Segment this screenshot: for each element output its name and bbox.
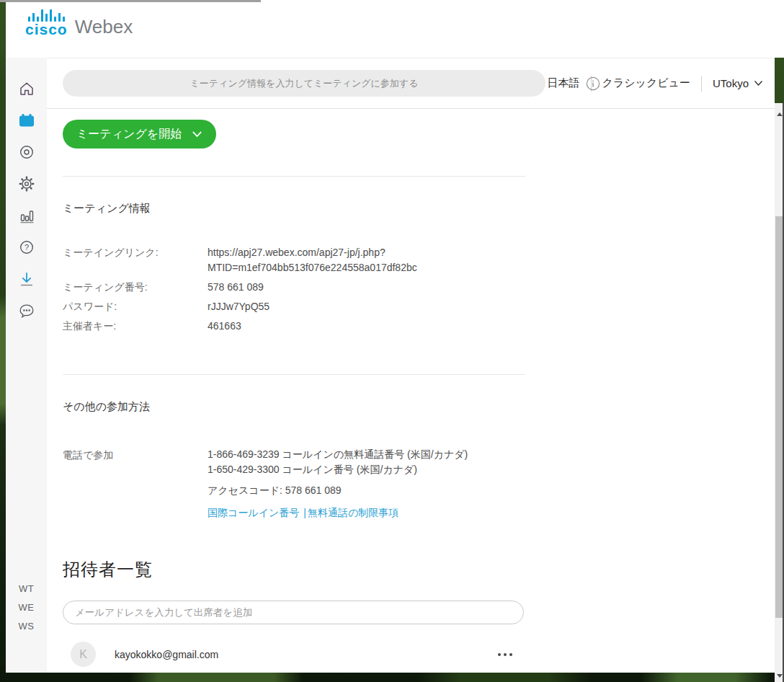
phone-links: 国際コールイン番号|無料通話の制限事項 (208, 507, 775, 520)
sidebar: ? WT WE WS (6, 58, 47, 673)
search-row: 日本語 クラシックビュー UTokyo (47, 58, 775, 109)
meeting-page-content: ミーティングを開始 ミーティング情報 ミーテイングリンク: https://ap… (47, 109, 775, 667)
label-wt: WT (6, 580, 47, 598)
sidebar-item-downloads[interactable] (17, 270, 36, 288)
cisco-logo-icon: cisco (25, 9, 68, 37)
meeting-info-title: ミーティング情報 (63, 202, 775, 216)
callin-number: 1-650-429-3300 コールイン番号 (米国/カナダ) (208, 462, 468, 477)
avatar: K (71, 642, 96, 667)
label-ws: WS (6, 617, 47, 636)
add-attendee-input[interactable] (63, 601, 524, 624)
sidebar-item-insights[interactable] (17, 206, 36, 225)
webex-logo: cisco Webex (25, 9, 133, 37)
phone-numbers: 1-866-469-3239 コールインの無料通話番号 (米国/カナダ) 1-6… (208, 447, 468, 477)
top-nav: 日本語 クラシックビュー UTokyo (548, 76, 775, 92)
meeting-link-value: https://apj27.webex.com/apj27-jp/j.php? … (208, 245, 417, 275)
chevron-down-icon (754, 80, 763, 87)
meeting-link-label: ミーテイングリンク: (63, 245, 208, 275)
app-header: cisco Webex (6, 0, 784, 58)
calendar-icon (17, 111, 36, 130)
meeting-link-row: ミーテイングリンク: https://apj27.webex.com/apj27… (63, 245, 775, 275)
meeting-number-label: ミーティング番号: (63, 280, 208, 295)
sidebar-item-home[interactable] (17, 79, 36, 98)
classic-view-link[interactable]: クラシックビュー (602, 76, 690, 90)
nav-separator (701, 76, 702, 92)
home-icon (18, 80, 35, 97)
meeting-number-value: 578 661 089 (208, 280, 264, 295)
password-value: rJJJw7YpQ55 (208, 299, 270, 314)
account-menu[interactable]: UTokyo (713, 77, 763, 89)
language-link[interactable]: 日本語 (548, 76, 580, 90)
meeting-info-rows: ミーテイングリンク: https://apj27.webex.com/apj27… (63, 245, 775, 334)
sidebar-item-preferences[interactable] (17, 174, 36, 193)
chat-bubble-icon (18, 302, 35, 319)
join-meeting-search-input[interactable] (63, 70, 545, 97)
more-options-button[interactable] (494, 649, 517, 660)
sidebar-item-feedback[interactable] (17, 301, 36, 320)
meeting-number-row: ミーティング番号: 578 661 089 (63, 280, 775, 295)
sidebar-bottom-labels: WT WE WS (6, 580, 47, 636)
download-icon (18, 270, 35, 288)
main-panel: 日本語 クラシックビュー UTokyo ミーティングを開始 ミーティング情報 ミ… (47, 58, 775, 673)
divider (63, 176, 525, 177)
record-icon (18, 143, 35, 161)
join-by-phone-row: 電話で参加 1-866-469-3239 コールインの無料通話番号 (米国/カナ… (63, 447, 775, 477)
invitees-title: 招待者一覧 (63, 558, 775, 581)
join-by-phone-label: 電話で参加 (63, 447, 208, 477)
sidebar-item-help[interactable]: ? (17, 238, 36, 257)
cisco-bars-icon (28, 9, 65, 22)
tollfree-restrictions-link[interactable]: 無料通話の制限事項 (308, 507, 398, 518)
host-key-row: 主催者キー: 461663 (63, 319, 775, 334)
attendee-row: K kayokokko@gmail.com (63, 642, 525, 667)
divider (63, 374, 525, 375)
triangle-down-icon (777, 674, 783, 678)
password-row: パスワード: rJJJw7YpQ55 (63, 299, 775, 314)
attendee-email: kayokokko@gmail.com (115, 649, 218, 660)
sidebar-item-recordings[interactable] (17, 143, 36, 161)
info-icon[interactable] (586, 76, 600, 91)
sidebar-item-meetings[interactable] (17, 111, 36, 130)
start-meeting-label: ミーティングを開始 (76, 127, 182, 142)
label-we: WE (6, 598, 47, 617)
bar-chart-icon (18, 207, 35, 224)
tollfree-number: 1-866-469-3239 コールインの無料通話番号 (米国/カナダ) (208, 447, 468, 462)
host-key-label: 主催者キー: (63, 319, 208, 334)
chevron-down-icon (192, 130, 202, 138)
link-separator: | (303, 507, 306, 518)
svg-text:?: ? (24, 243, 28, 252)
gear-icon (18, 175, 35, 192)
host-key-value: 461663 (208, 319, 241, 334)
account-name: UTokyo (713, 77, 749, 89)
window-top-edge (0, 0, 261, 2)
cisco-wordmark: cisco (25, 22, 68, 37)
access-code: アクセスコード: 578 661 089 (208, 484, 775, 497)
triangle-up-icon (777, 112, 783, 116)
start-meeting-button[interactable]: ミーティングを開始 (63, 120, 216, 149)
webex-wordmark: Webex (75, 17, 133, 37)
global-callin-link[interactable]: 国際コールイン番号 (208, 507, 299, 518)
help-icon: ? (18, 239, 35, 256)
password-label: パスワード: (63, 299, 208, 314)
other-join-title: その他の参加方法 (63, 400, 775, 414)
